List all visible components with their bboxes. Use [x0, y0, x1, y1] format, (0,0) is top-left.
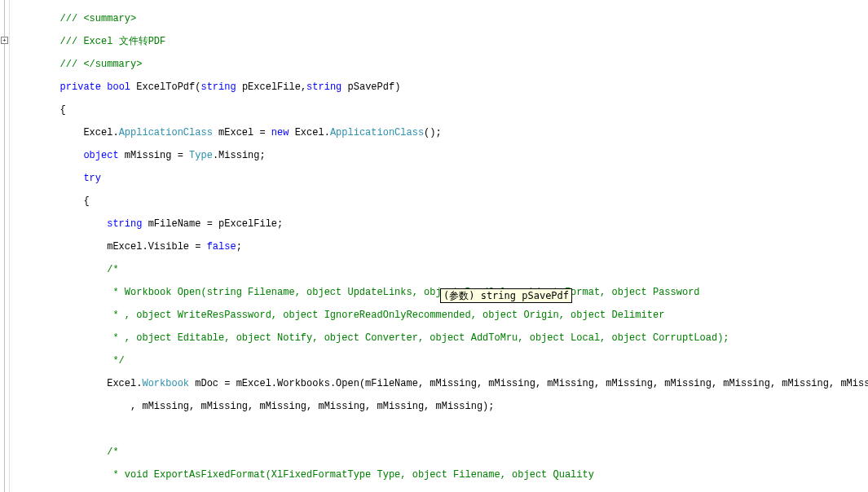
code-line: * , object Editable, object Notify, obje… — [13, 332, 868, 344]
code-line: * void ExportAsFixedFormat(XlFixedFormat… — [13, 469, 868, 481]
code-line: /* — [13, 446, 868, 458]
tooltip-text: (参数) string pSavePdf — [443, 290, 569, 301]
code-line: string mFileName = pExcelFile; — [13, 218, 868, 230]
code-line: /// Excel 文件转PDF — [13, 36, 868, 47]
code-editor[interactable]: /// <summary> /// Excel 文件转PDF /// </sum… — [0, 0, 868, 492]
code-line: /* — [13, 264, 868, 275]
code-line: private bool ExcelToPdf(string pExcelFil… — [13, 81, 868, 93]
code-line: */ — [13, 355, 868, 367]
code-line: { — [13, 104, 868, 116]
code-line: object mMissing = Type.Missing; — [13, 150, 868, 161]
code-line — [13, 424, 868, 435]
code-line: Excel.Workbook mDoc = mExcel.Workbooks.O… — [13, 378, 868, 389]
code-line: * , object WriteResPassword, object Igno… — [13, 310, 868, 321]
code-line: , mMissing, mMissing, mMissing, mMissing… — [13, 401, 868, 412]
code-line: /// <summary> — [13, 13, 868, 24]
code-line: try — [13, 173, 868, 184]
code-line: /// </summary> — [13, 59, 868, 70]
code-line: { — [13, 195, 868, 207]
parameter-tooltip: (参数) string pSavePdf — [440, 288, 572, 303]
code-line: Excel.ApplicationClass mExcel = new Exce… — [13, 127, 868, 138]
code-line: mExcel.Visible = false; — [13, 241, 868, 253]
